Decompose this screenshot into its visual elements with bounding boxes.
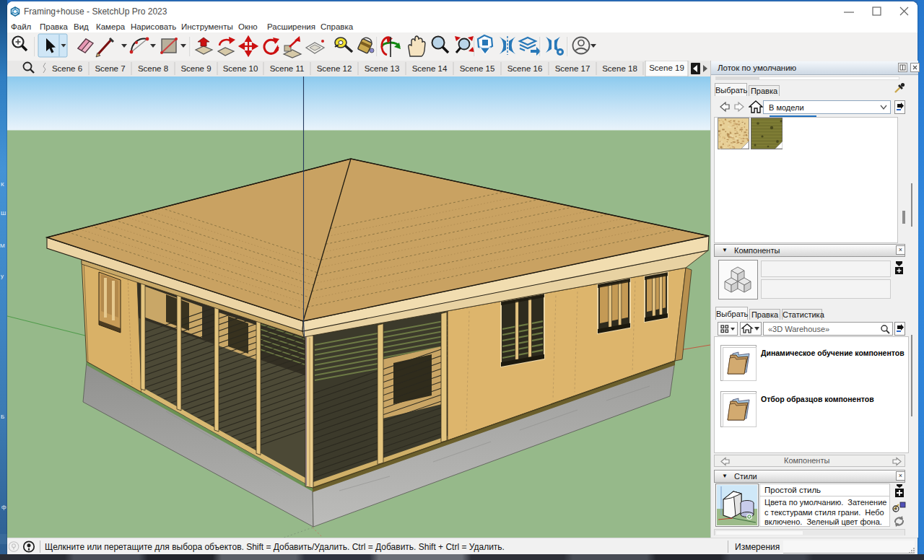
svg-text:Scene 18: Scene 18 <box>602 64 637 73</box>
svg-text:Scene 13: Scene 13 <box>365 64 400 73</box>
svg-text:Б: Б <box>1 414 4 420</box>
svg-text:Scene 12: Scene 12 <box>317 64 352 73</box>
svg-text:Scene 17: Scene 17 <box>555 64 590 73</box>
svg-text:ф: ф <box>1 504 6 510</box>
svg-text:Scene 14: Scene 14 <box>412 64 448 73</box>
svg-text:Scene 19: Scene 19 <box>649 64 684 72</box>
svg-text:Scene 6: Scene 6 <box>52 64 82 73</box>
svg-text:у: у <box>1 273 4 279</box>
svg-text:Scene 9: Scene 9 <box>180 64 211 73</box>
svg-text:Scene 11: Scene 11 <box>270 64 305 73</box>
svg-text:К: К <box>1 181 4 188</box>
svg-text:М: М <box>0 242 5 249</box>
svg-text:Scene 10: Scene 10 <box>223 64 258 73</box>
svg-text:Scene 8: Scene 8 <box>138 64 168 73</box>
svg-text:Ш: Ш <box>1 210 6 216</box>
svg-text:Scene 7: Scene 7 <box>95 64 125 73</box>
svg-text:Scene 16: Scene 16 <box>507 64 543 73</box>
svg-text:Scene 15: Scene 15 <box>460 64 495 73</box>
